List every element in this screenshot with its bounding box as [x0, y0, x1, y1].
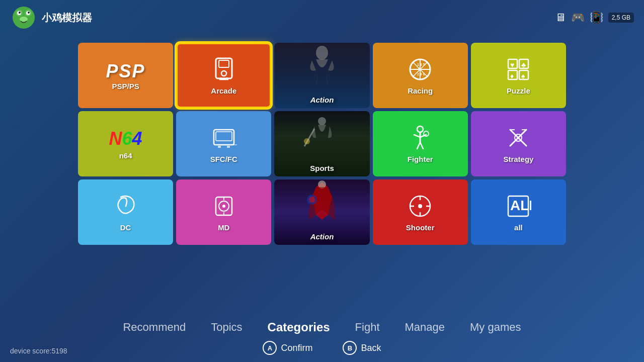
svg-point-40 [424, 131, 429, 136]
svg-rect-34 [218, 146, 221, 148]
monitor-icon: 🖥 [555, 11, 566, 24]
dc-icon [113, 193, 139, 223]
md-icon [211, 193, 237, 223]
racing-icon: 1 3 5 R 2 4 6 [407, 56, 433, 86]
svg-text:1 3 5: 1 3 5 [417, 63, 425, 66]
svg-point-55 [418, 204, 422, 208]
tile-md[interactable]: MD [176, 179, 271, 245]
svg-text:2 4 6: 2 4 6 [417, 72, 425, 76]
a-button-key: A [268, 344, 272, 352]
tile-action1[interactable]: Action [274, 43, 369, 108]
back-hint: B Back [343, 341, 381, 355]
arcade-icon [211, 56, 237, 86]
tile-dc[interactable]: DC [78, 179, 173, 245]
tile-racing[interactable]: 1 3 5 R 2 4 6 Racing [373, 43, 468, 108]
all-icon: ALL [505, 193, 531, 223]
sfc-icon [211, 125, 237, 155]
device-score: device score:5198 [10, 347, 67, 355]
tile-strategy[interactable]: Strategy [471, 111, 566, 176]
svg-text:♥: ♥ [510, 61, 514, 69]
svg-text:R: R [418, 67, 421, 71]
nav-fight[interactable]: Fight [355, 321, 380, 334]
tile-sfc[interactable]: SFC/FC [176, 111, 271, 176]
svg-text:♣: ♣ [521, 61, 526, 69]
tile-arcade[interactable]: Arcade [176, 43, 271, 108]
tile-all-label: all [514, 223, 523, 232]
svg-text:♦: ♦ [510, 72, 514, 80]
tile-psp[interactable]: PSP PSP/PS [78, 43, 173, 108]
svg-point-10 [221, 71, 226, 76]
svg-text:♠: ♠ [521, 72, 525, 80]
logo-icon [10, 4, 38, 32]
svg-point-53 [309, 197, 315, 203]
tile-sports[interactable]: Sports [274, 111, 369, 176]
logo-area: 小鸡模拟器 [10, 4, 92, 32]
storage-badge: 2,5 GB [608, 13, 634, 23]
shooter-icon [407, 193, 433, 223]
svg-point-5 [19, 12, 21, 14]
logo-text: 小鸡模拟器 [42, 11, 92, 25]
tile-shooter[interactable]: Shooter [373, 179, 468, 245]
puzzle-icon: ♥ ♦ ♣ ♠ [505, 56, 531, 86]
tile-sfc-label: SFC/FC [210, 155, 237, 163]
nav-mygames[interactable]: My games [470, 321, 521, 334]
nav-recommend[interactable]: Recommend [123, 321, 186, 334]
game-grid: PSP PSP/PS Arcade Action [78, 43, 566, 245]
tile-shooter-label: Shooter [406, 223, 435, 232]
tile-puzzle-label: Puzzle [507, 86, 530, 95]
svg-point-39 [417, 126, 423, 132]
svg-point-48 [222, 205, 225, 208]
a-button-circle: A [263, 341, 277, 355]
b-button-circle: B [343, 341, 357, 355]
nav-categories[interactable]: Categories [268, 320, 330, 334]
gamepad-icon: 🎮 [571, 11, 585, 24]
svg-text:ALL: ALL [510, 198, 531, 213]
nav-manage[interactable]: Manage [405, 321, 445, 334]
tile-all[interactable]: ALL all [471, 179, 566, 245]
bottom-buttons: A Confirm B Back [0, 341, 644, 355]
tile-strategy-label: Strategy [503, 155, 533, 163]
tile-dc-label: DC [120, 223, 131, 232]
confirm-hint: A Confirm [263, 341, 312, 355]
tile-n64-label: n64 [119, 151, 132, 160]
b-button-key: B [348, 344, 352, 352]
n64-logo: N 6 4 [109, 128, 142, 149]
fighter-icon [407, 125, 433, 155]
confirm-label: Confirm [281, 343, 312, 353]
tile-md-label: MD [218, 223, 229, 232]
tile-fighter[interactable]: Fighter [373, 111, 468, 176]
svg-point-6 [28, 12, 30, 14]
tile-psp-label: PSP/PS [112, 82, 139, 90]
vibrate-icon: 📳 [590, 11, 603, 24]
svg-point-7 [20, 17, 28, 22]
tile-arcade-label: Arcade [211, 86, 236, 95]
tile-fighter-label: Fighter [408, 155, 433, 163]
tile-sports-label: Sports [274, 164, 369, 172]
strategy-icon [505, 125, 531, 155]
svg-point-14 [316, 46, 328, 60]
tile-puzzle[interactable]: ♥ ♦ ♣ ♠ Puzzle [471, 43, 566, 108]
header: 小鸡模拟器 🖥 🎮 📳 2,5 GB [0, 0, 644, 35]
tile-n64[interactable]: N 6 4 n64 [78, 111, 173, 176]
tile-action2-label: Action [274, 232, 369, 241]
nav-topics[interactable]: Topics [211, 321, 242, 334]
back-label: Back [361, 343, 381, 353]
tile-action1-label: Action [274, 96, 369, 104]
svg-rect-35 [227, 146, 230, 148]
svg-rect-9 [219, 60, 229, 67]
bottom-nav: Recommend Topics Categories Fight Manage… [0, 320, 644, 334]
tile-racing-label: Racing [408, 86, 433, 95]
status-icons: 🖥 🎮 📳 2,5 GB [555, 11, 634, 24]
tile-action2[interactable]: Action [274, 179, 369, 245]
svg-point-38 [304, 138, 310, 144]
svg-point-36 [318, 117, 326, 125]
svg-rect-32 [216, 132, 232, 141]
